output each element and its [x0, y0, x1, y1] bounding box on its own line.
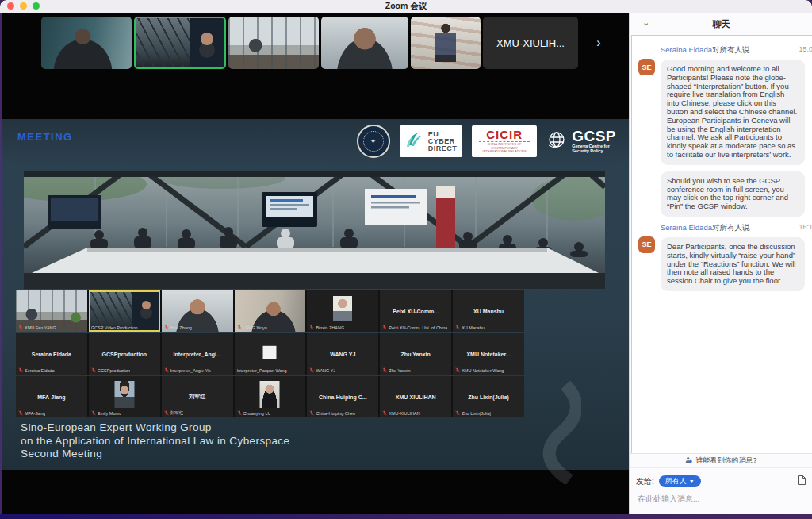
participant-thumbnail[interactable]: [134, 17, 226, 69]
participant-label: Peixi XU-Comm. Uni. of China: [389, 325, 447, 330]
message-time: 15:0: [799, 45, 812, 53]
gcsp-globe-icon: [546, 129, 567, 153]
main-stage-video[interactable]: MEETING ✦ EU CYBER: [0, 119, 629, 470]
sender-name: Seraina Eldada: [661, 223, 712, 232]
close-window-button[interactable]: [7, 2, 14, 10]
window-titlebar: Zoom 会议: [0, 0, 812, 13]
gallery-tile[interactable]: Zhu Lixin(Julia) Zhu Lixin(Julia): [453, 376, 524, 417]
mic-muted-icon: [18, 367, 23, 373]
gallery-tile[interactable]: Seraina Eldada Seraina Eldada: [16, 333, 87, 375]
privacy-notice: 谁能看到你的消息?: [630, 454, 812, 468]
fullscreen-window-button[interactable]: [33, 2, 40, 10]
eu-cyber-direct-logo: EU CYBER DIRECT: [400, 125, 463, 157]
message-bubble: Dear Participants, once the discussion s…: [661, 237, 805, 291]
file-icon: [797, 475, 806, 488]
mic-muted-icon: [382, 410, 387, 416]
mic-muted-icon: [91, 367, 96, 373]
participant-label: GCSP Video Production: [91, 325, 138, 330]
zoom-meeting-window: Zoom 会议: [0, 0, 812, 519]
message-time: 16:1: [799, 223, 812, 231]
mic-muted-icon: [164, 410, 169, 416]
gallery-tile[interactable]: XMU-XIULIHAN XMU-XIULIHAN: [380, 376, 451, 417]
participant-label: Interpreter_Angie Yie: [170, 368, 212, 373]
bottom-accent-bar: [0, 514, 812, 519]
mic-muted-icon: [237, 410, 242, 416]
gallery-tile[interactable]: Hua Zhang: [162, 290, 233, 332]
gallery-tile[interactable]: China-Huiping C... China-Huiping Chen: [307, 376, 378, 417]
thumbnail-name: XMU-XIULIH...: [483, 17, 578, 69]
gallery-tile[interactable]: Binxin ZHANG: [307, 290, 378, 332]
chat-message-list[interactable]: Seraina Eldada 对所有人说 15:0 SE Good mornin…: [631, 35, 812, 454]
participant-thumbnail[interactable]: [228, 17, 319, 69]
gallery-tile[interactable]: Emily Munro: [89, 376, 160, 417]
meeting-watermark: MEETING: [17, 131, 73, 143]
chat-collapse-button[interactable]: ⌄: [638, 17, 654, 29]
gallery-tile[interactable]: MFA-Jiang MFA-Jiang: [16, 376, 87, 417]
eu-cyber-direct-icon: [405, 129, 424, 153]
embedded-gallery-row-2: Seraina Eldada Seraina Eldada GCSPproduc…: [16, 333, 524, 375]
background-swoosh-graphic: [526, 381, 581, 484]
chevron-right-icon: ›: [596, 36, 600, 50]
gallery-tile[interactable]: XU Manshu XU Manshu: [453, 290, 524, 332]
chat-header: ⌄ 聊天: [630, 13, 812, 35]
message-group: Seraina Eldada 对所有人说 15:0 SE Good mornin…: [659, 45, 808, 217]
participant-thumbnail[interactable]: XMU-XIULIH...: [483, 17, 578, 69]
recipient-caret-icon: ▼: [689, 479, 695, 484]
gallery-tile[interactable]: XMU Notetaker... XMU Notetaker Wang: [453, 333, 524, 375]
next-participants-button[interactable]: ›: [590, 17, 607, 69]
participant-thumbnail[interactable]: [411, 17, 481, 69]
participant-label: XMU Notetaker Wang: [462, 368, 504, 373]
gallery-tile[interactable]: WANG YJ WANG YJ: [307, 333, 378, 375]
participant-label: Chuanying LU: [243, 411, 271, 416]
participant-label: XMU Fan YANG: [25, 325, 56, 330]
privacy-person-icon: [685, 456, 692, 465]
participant-label: MFA-Jiang: [25, 411, 45, 416]
gallery-tile[interactable]: LENG Xinyu: [235, 290, 306, 332]
conference-room-photo: [24, 171, 605, 289]
participant-thumbnail[interactable]: [321, 17, 408, 69]
participant-label: Seraina Eldada: [25, 368, 55, 373]
embedded-gallery-row-3: MFA-Jiang MFA-Jiang: [16, 376, 524, 417]
gallery-tile[interactable]: Interpreter_Panpan Wang: [235, 333, 306, 375]
chat-footer: 谁能看到你的消息? 发给: 所有人 ▼: [630, 453, 812, 514]
mic-muted-icon: [164, 325, 169, 330]
mic-muted-icon: [382, 367, 387, 373]
video-area: XMU-XIULIH... › MEETING ✦: [0, 13, 629, 514]
gallery-tile[interactable]: 刘军红 刘军红: [162, 376, 233, 417]
file-attach-button[interactable]: [797, 475, 806, 488]
chevron-down-icon: ⌄: [642, 17, 649, 27]
participant-label: XMU-XIULIHAN: [389, 411, 419, 416]
meeting-caption: Sino-European Expert Working Group on th…: [21, 421, 289, 461]
gallery-tile[interactable]: GCSPproduction GCSPproduction: [89, 333, 160, 375]
participant-label: Zhu Lixin(Julia): [462, 411, 491, 416]
participant-label: Hua Zhang: [170, 325, 192, 330]
mic-muted-icon: [309, 367, 314, 373]
participant-thumbnail[interactable]: [41, 17, 132, 69]
gallery-tile[interactable]: Zhu Yanxin Zhu Yanxin: [380, 333, 451, 375]
mic-muted-icon: [18, 410, 23, 416]
participant-label: Interpreter_Panpan Wang: [237, 368, 287, 373]
sender-suffix: 对所有人说: [712, 45, 750, 56]
participant-label: XU Manshu: [462, 325, 485, 330]
traffic-lights: [7, 2, 40, 10]
gallery-tile[interactable]: Peixi XU-Comm... Peixi XU-Comm. Uni. of …: [380, 290, 451, 332]
sender-name: Seraina Eldada: [661, 45, 712, 54]
message-input[interactable]: [636, 494, 798, 504]
mic-muted-icon: [237, 325, 242, 330]
gallery-tile[interactable]: Interpreter_Angi... Interpreter_Angie Yi…: [162, 333, 233, 375]
gallery-tile[interactable]: Chuanying LU: [235, 376, 306, 417]
mic-muted-icon: [309, 325, 314, 330]
mic-muted-icon: [382, 325, 387, 330]
university-seal-logo: ✦: [357, 125, 390, 158]
minimize-window-button[interactable]: [20, 2, 27, 10]
gallery-tile[interactable]: GCSP Video Production: [89, 290, 160, 332]
message-bubble: Should you wish to see the GCSP conferen…: [661, 171, 805, 217]
mic-muted-icon: [455, 325, 460, 330]
mic-muted-icon: [455, 367, 460, 373]
mic-muted-icon: [164, 367, 169, 373]
recipient-selector[interactable]: 所有人 ▼: [659, 475, 701, 487]
gallery-tile[interactable]: XMU Fan YANG: [16, 290, 87, 332]
participant-label: LENG Xinyu: [243, 325, 267, 330]
mic-muted-icon: [91, 410, 96, 416]
send-to-label: 发给:: [636, 476, 654, 487]
